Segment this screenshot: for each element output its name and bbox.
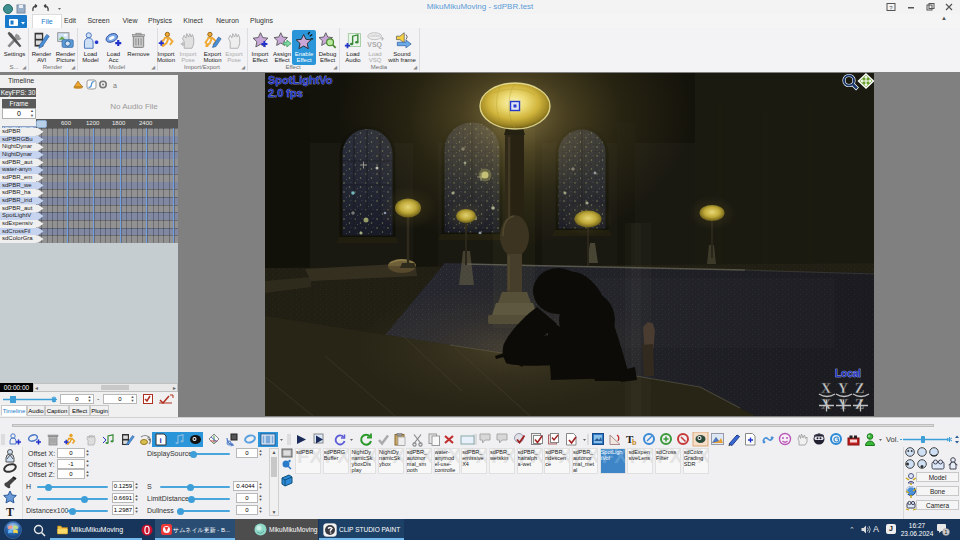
svg-text:Z: Z [855,397,864,412]
svg-text:b: b [632,438,637,447]
svg-text:Vol.: Vol. [886,435,899,444]
svg-text:VSQ: VSQ [367,41,382,49]
svg-text:i: i [159,436,161,445]
svg-text:Local: Local [835,368,861,379]
svg-text:X: X [821,381,831,396]
svg-text:Z: Z [855,381,864,396]
svg-text:T: T [6,505,14,519]
svg-text:a: a [113,82,117,89]
svg-text:Y: Y [838,381,848,396]
svg-text:?: ? [889,5,893,11]
svg-text:SpotLightVo: SpotLightVo [268,74,333,86]
svg-text:2.0 fps: 2.0 fps [268,87,303,99]
